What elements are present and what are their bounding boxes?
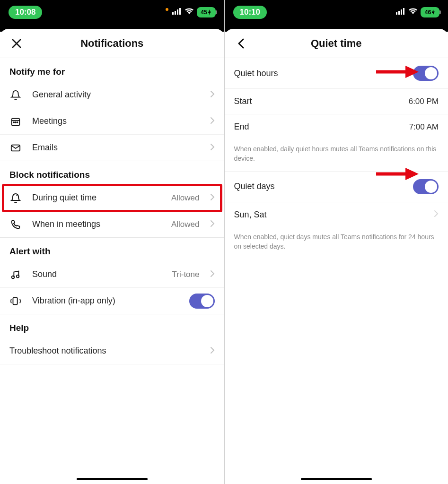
row-label: When in meetings bbox=[32, 219, 161, 229]
chevron-right-icon bbox=[210, 143, 215, 153]
row-label: Vibration (in-app only) bbox=[32, 296, 179, 306]
quiet-hours-footer: When enabled, daily quiet hours mutes al… bbox=[225, 139, 448, 172]
wifi-icon bbox=[408, 8, 418, 17]
row-label: During quiet time bbox=[32, 193, 161, 203]
chevron-right-icon bbox=[434, 210, 439, 220]
battery-icon: 46 bbox=[421, 7, 439, 17]
row-emails[interactable]: Emails bbox=[0, 135, 224, 161]
row-label: Quiet days bbox=[234, 182, 275, 191]
svg-rect-2 bbox=[177, 9, 178, 15]
chevron-left-icon bbox=[237, 38, 245, 49]
section-help: Help bbox=[0, 314, 224, 338]
svg-rect-1 bbox=[175, 11, 176, 15]
notifications-sheet: Notifications Notify me for General acti… bbox=[0, 29, 224, 484]
home-indicator bbox=[301, 478, 372, 480]
row-value: Allowed bbox=[171, 220, 200, 229]
section-block-notifications: Block notifications bbox=[0, 161, 224, 185]
row-meetings[interactable]: Meetings bbox=[0, 108, 224, 135]
time-pill: 10:10 bbox=[233, 6, 267, 19]
status-right: 45 bbox=[166, 7, 216, 17]
svg-rect-3 bbox=[179, 8, 181, 15]
row-value: 6:00 PM bbox=[409, 97, 439, 106]
sheet-header: Notifications bbox=[0, 29, 224, 58]
svg-rect-0 bbox=[172, 12, 174, 15]
quiet-days-footer: When enabled, quiet days mutes all Teams… bbox=[225, 227, 448, 259]
status-bar: 10:08 45 bbox=[0, 0, 224, 26]
svg-rect-16 bbox=[401, 9, 402, 15]
battery-icon: 45 bbox=[197, 7, 216, 17]
row-label: Meetings bbox=[32, 116, 200, 126]
quiet-time-sheet: Quiet time Quiet hours Start 6:00 PM End… bbox=[225, 29, 448, 484]
back-button[interactable] bbox=[234, 36, 248, 51]
quiet-time-content: Quiet hours Start 6:00 PM End 7:00 AM Wh… bbox=[225, 58, 448, 484]
row-value: Tri-tone bbox=[172, 270, 200, 279]
svg-point-12 bbox=[17, 275, 19, 277]
home-indicator bbox=[77, 478, 148, 480]
row-start[interactable]: Start 6:00 PM bbox=[225, 89, 448, 114]
svg-rect-13 bbox=[13, 297, 17, 304]
status-right: 46 bbox=[396, 7, 439, 17]
svg-point-8 bbox=[17, 121, 18, 122]
row-label: Sound bbox=[32, 269, 162, 279]
signal-icon bbox=[172, 8, 182, 17]
svg-point-7 bbox=[15, 121, 16, 122]
svg-rect-15 bbox=[398, 11, 400, 15]
calendar-icon bbox=[9, 116, 22, 127]
phone-left: 10:08 45 Notifications Notify me for bbox=[0, 0, 224, 484]
sheet-header: Quiet time bbox=[225, 29, 448, 58]
vibrate-icon bbox=[9, 296, 22, 306]
section-alert-with: Alert with bbox=[0, 238, 224, 261]
phone-icon bbox=[9, 219, 22, 230]
recording-dot-icon bbox=[166, 8, 168, 11]
notifications-content: Notify me for General activity Meetings bbox=[0, 58, 224, 484]
svg-rect-17 bbox=[403, 8, 404, 15]
chevron-right-icon bbox=[210, 90, 215, 100]
svg-rect-14 bbox=[396, 12, 397, 15]
row-value: 7:00 AM bbox=[409, 122, 439, 132]
row-label: General activity bbox=[32, 90, 200, 100]
row-during-quiet-time[interactable]: z During quiet time Allowed bbox=[3, 185, 221, 211]
row-quiet-hours[interactable]: Quiet hours bbox=[225, 58, 448, 89]
row-label: Troubleshoot notifications bbox=[9, 346, 210, 356]
close-button[interactable] bbox=[9, 36, 24, 51]
row-label: End bbox=[234, 122, 249, 132]
row-sound[interactable]: Sound Tri-tone bbox=[0, 261, 224, 288]
svg-point-11 bbox=[12, 276, 15, 278]
row-end[interactable]: End 7:00 AM bbox=[225, 114, 448, 139]
sound-icon bbox=[9, 269, 22, 280]
vibration-toggle[interactable] bbox=[189, 294, 215, 309]
svg-text:z: z bbox=[16, 193, 18, 196]
page-title: Quiet time bbox=[311, 37, 362, 50]
row-troubleshoot[interactable]: Troubleshoot notifications bbox=[0, 338, 224, 364]
row-label: Start bbox=[234, 96, 252, 106]
row-days[interactable]: Sun, Sat bbox=[225, 202, 448, 227]
row-label: Quiet hours bbox=[234, 69, 278, 78]
mail-icon bbox=[9, 144, 22, 152]
row-when-in-meetings[interactable]: When in meetings Allowed bbox=[0, 211, 224, 238]
chevron-right-icon bbox=[210, 220, 215, 229]
row-general-activity[interactable]: General activity bbox=[0, 82, 224, 108]
svg-point-6 bbox=[13, 121, 14, 122]
status-bar: 10:10 46 bbox=[225, 0, 448, 26]
quiet-hours-toggle[interactable] bbox=[413, 66, 439, 81]
page-title: Notifications bbox=[80, 37, 143, 50]
row-label: Sun, Sat bbox=[234, 210, 267, 220]
time-pill: 10:08 bbox=[9, 6, 42, 19]
signal-icon bbox=[396, 8, 405, 17]
bell-icon bbox=[9, 90, 22, 100]
row-vibration[interactable]: Vibration (in-app only) bbox=[0, 288, 224, 314]
row-quiet-days[interactable]: Quiet days bbox=[225, 172, 448, 202]
close-icon bbox=[11, 38, 22, 49]
chevron-right-icon bbox=[210, 270, 215, 279]
chevron-right-icon bbox=[210, 346, 215, 356]
phone-right: 10:10 46 Quiet time Quiet hours Star bbox=[224, 0, 448, 484]
row-value: Allowed bbox=[171, 193, 200, 203]
chevron-right-icon bbox=[210, 193, 215, 203]
section-notify-me-for: Notify me for bbox=[0, 58, 224, 82]
wifi-icon bbox=[184, 8, 194, 17]
quiet-icon: z bbox=[9, 192, 22, 204]
quiet-days-toggle[interactable] bbox=[413, 179, 439, 194]
row-label: Emails bbox=[32, 143, 200, 153]
chevron-right-icon bbox=[210, 117, 215, 126]
